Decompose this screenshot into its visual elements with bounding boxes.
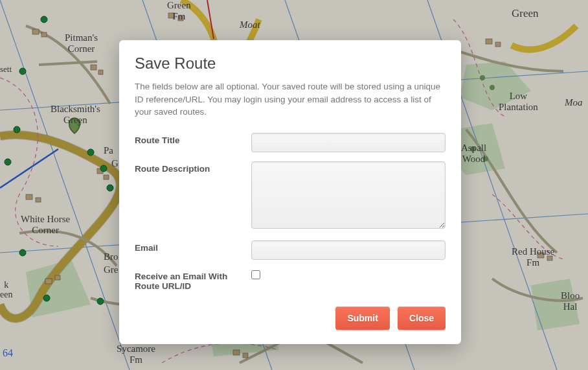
email-input[interactable] [251, 240, 446, 260]
form-row-email: Email [135, 240, 446, 260]
modal-button-row: Submit Close [135, 306, 446, 330]
form-row-receive-email: Receive an Email With Route URL/ID [135, 269, 446, 291]
email-label: Email [135, 240, 251, 253]
form-row-route-description: Route Description [135, 161, 446, 231]
route-description-input[interactable] [251, 161, 446, 229]
route-title-input[interactable] [251, 133, 446, 152]
save-route-modal: Save Route The fields below are all opti… [119, 40, 461, 344]
route-description-label: Route Description [135, 161, 251, 174]
route-title-label: Route Title [135, 133, 251, 145]
modal-title: Save Route [135, 54, 446, 73]
receive-email-label: Receive an Email With Route URL/ID [135, 269, 251, 291]
close-button[interactable]: Close [398, 306, 446, 330]
receive-email-checkbox[interactable] [251, 270, 260, 279]
submit-button[interactable]: Submit [335, 306, 389, 330]
modal-description: The fields below are all optional. Your … [135, 80, 446, 119]
form-row-route-title: Route Title [135, 133, 446, 152]
